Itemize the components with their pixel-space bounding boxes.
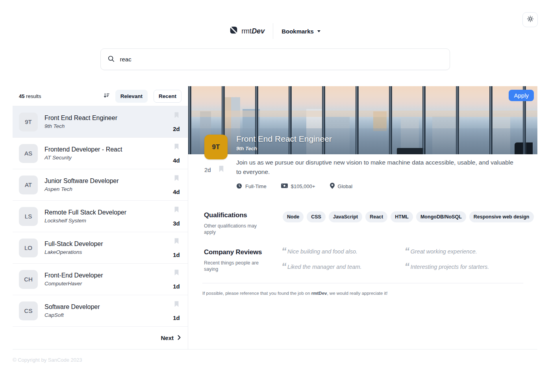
company-badge: LS [19,207,38,226]
job-item-meta: 1d [171,238,181,258]
reviews-subtext: Recent things people are saying [204,260,263,272]
qualification-tag: CSS [307,211,326,222]
bookmark-icon[interactable] [174,238,179,246]
reference-note-pre: If possible, please reference that you f… [202,291,311,296]
job-summary: Frontend Developer - React AT Security [44,146,171,161]
reference-note: If possible, please reference that you f… [188,283,537,296]
job-title: Front End React Engineer [44,115,171,122]
qualification-tag: Node [283,211,304,222]
map-pin-icon [330,183,335,190]
quote-icon [281,246,287,257]
job-title: Front-End Developer [44,272,171,279]
results-sidebar: 45 results Relevant Recent [13,86,188,349]
company-badge: LO [19,239,38,257]
job-age: 1d [173,314,180,321]
job-detail-age: 2d [204,166,211,173]
job-list-item[interactable]: AS Frontend Developer - React AT Securit… [13,138,188,169]
qualifications-heading: Qualifications [204,211,283,219]
apply-button[interactable]: Apply [509,90,534,101]
qualification-tag: React [365,211,387,222]
job-list-item[interactable]: AT Junior Software Developer Aspen Tech … [13,169,188,201]
sort-button[interactable]: Recent [154,90,181,103]
bookmark-icon[interactable] [174,301,179,309]
reviews-label: Company Reviews Recent things people are… [204,248,283,272]
job-company: Lockshelf System [44,218,171,224]
job-list-item[interactable]: 9T Front End React Engineer 9th Tech 2d [13,106,188,138]
next-label: Next [161,335,174,341]
review-text: Interesting projects for starters. [411,264,489,270]
search-input[interactable] [119,55,443,63]
job-company: LakeOperations [44,249,171,255]
location-label: Global [338,183,353,189]
company-badge: AS [19,144,38,163]
job-item-meta: 4d [171,143,181,164]
sort-controls: Relevant Recent [103,90,181,103]
results-header: 45 results Relevant Recent [13,86,188,106]
hero-image: Apply Front End React Engineer 9th Tech [188,86,537,154]
job-summary: Full-Stack Developer LakeOperations [44,240,171,255]
next-page-button[interactable]: Next [13,327,188,349]
sort-buttons: Relevant Recent [115,90,181,103]
results-count-number: 45 [19,93,24,99]
qualifications-section: Qualifications Other qualifications may … [188,211,537,235]
job-age: 1d [173,283,180,290]
theme-toggle-button[interactable] [522,12,538,27]
review-item: Great working experience. [406,248,524,255]
company-badge: 9T [19,113,38,131]
job-summary: Software Developer CapSoft [44,303,171,318]
job-company: CapSoft [44,312,171,318]
employment-type: Full-Time [236,183,267,190]
sort-icon [103,92,110,100]
results-count: 45 results [19,93,41,99]
bookmark-icon[interactable] [174,269,179,277]
job-list-item[interactable]: CS Software Developer CapSoft 1d [13,295,188,327]
bookmarks-dropdown[interactable]: Bookmarks [281,28,320,35]
qualifications-label: Qualifications Other qualifications may … [204,211,283,235]
job-item-meta: 1d [171,269,181,290]
bookmark-icon[interactable] [174,175,179,183]
job-age: 3d [173,220,180,227]
job-detail-panel: Apply Front End React Engineer 9th Tech … [188,86,537,349]
review-text: Nice building and food also. [287,248,357,255]
job-age: 2d [173,126,180,132]
banknote-icon [281,183,288,189]
job-age: 4d [173,157,180,164]
review-text: Liked the manager and team. [287,264,362,270]
sun-icon [526,15,535,25]
job-title: Junior Software Developer [44,178,171,185]
job-title: Frontend Developer - React [44,146,171,153]
job-age: 4d [173,189,180,195]
bookmark-icon[interactable] [174,112,179,120]
company-badge: CH [19,270,38,289]
job-item-meta: 1d [171,301,181,321]
job-list-item[interactable]: LO Full-Stack Developer LakeOperations 1… [13,232,188,264]
job-list-item[interactable]: LS Remote Full Stack Developer Lockshelf… [13,201,188,232]
job-summary: Remote Full Stack Developer Lockshelf Sy… [44,209,171,224]
qualification-tag: MongoDB/NoSQL [416,211,466,222]
brand-suffix: Dev [252,27,265,35]
app-logo[interactable]: rmtDev [230,26,265,36]
company-badge: AT [19,176,38,194]
bookmark-icon[interactable] [174,206,179,214]
bookmark-icon[interactable] [174,143,179,152]
chevron-down-icon [317,30,320,32]
sort-button[interactable]: Relevant [115,90,148,103]
reference-note-post: , we would really appreciate it! [327,291,387,296]
brand-prefix: rmt [241,27,252,35]
qualification-tags: Node CSS JavaScript React HTML MongoDB/N… [283,211,534,235]
job-list: 9T Front End React Engineer 9th Tech 2d … [13,106,188,327]
quote-icon [405,246,410,257]
review-item: Nice building and food also. [283,248,400,255]
header-divider [273,23,273,39]
bookmark-icon[interactable] [219,165,224,174]
chevron-right-icon [178,335,181,341]
company-logo-badge: 9T [204,135,228,159]
qualification-tag: JavaScript [329,211,362,222]
job-description: Join us as we pursue our disruptive new … [236,158,518,177]
salary: $105,000+ [281,183,315,189]
job-item-meta: 2d [171,112,181,132]
job-detail-company: 9th Tech [236,146,332,152]
results-count-suffix: results [26,93,41,99]
job-list-item[interactable]: CH Front-End Developer ComputerHaver 1d [13,264,188,295]
bookmarks-label: Bookmarks [281,28,314,35]
